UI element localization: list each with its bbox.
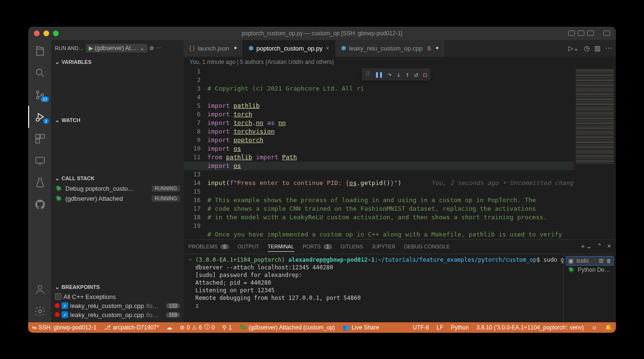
panel-tab-terminal[interactable]: TERMINAL [268, 244, 294, 252]
activity-settings[interactable] [29, 300, 51, 322]
step-over-icon[interactable]: ↷ [388, 70, 392, 79]
status-encoding[interactable]: UTF-8 [409, 322, 433, 333]
status-language[interactable]: Python [447, 322, 472, 333]
panel-tab-ports[interactable]: PORTS1 [303, 244, 332, 249]
terminal-tab[interactable]: 🪲 Python De… [566, 266, 614, 274]
watch-head[interactable]: ⌄ WATCH [51, 115, 184, 125]
status-git-branch[interactable]: ⎇ arcpatch-D71907* [100, 322, 163, 333]
activity-extensions[interactable] [29, 128, 51, 150]
trash-icon[interactable]: 🗑 [606, 258, 612, 264]
restart-icon[interactable]: ↺ [414, 70, 418, 79]
status-liveshare[interactable]: 👥 Live Share [339, 322, 383, 333]
new-terminal-icon[interactable]: ＋⌄ [580, 242, 592, 251]
terminal-tab[interactable]: ▣ sudo ▥ 🗑 [566, 256, 614, 266]
status-feedback[interactable]: ☺ [588, 322, 601, 333]
split-terminal-icon[interactable]: ▥ [599, 257, 603, 264]
overflow-icon[interactable]: ⋯ [605, 44, 612, 52]
step-into-icon[interactable]: ↓ [396, 70, 400, 79]
callstack-row[interactable]: 🪲 Debug poptorch_custo… RUNNING [55, 184, 180, 194]
activity-github[interactable] [29, 194, 51, 215]
status-problems[interactable]: ⊘0 ⚠6 ⓘ0 [176, 322, 218, 333]
maximize-panel-icon[interactable]: ⌃ [597, 242, 602, 251]
breakpoint-exception-row[interactable]: All C++ Exceptions [55, 292, 180, 301]
callstack-head[interactable]: ⌄ CALL STACK [51, 173, 184, 184]
activity-testing[interactable] [29, 172, 51, 194]
status-interpreter[interactable]: 3.8.10 ('3.0.0-EA.1+1104_poptorch': venv… [473, 322, 588, 333]
close-window-button[interactable] [34, 31, 40, 36]
status-notifications[interactable]: 🔔 [601, 322, 616, 333]
play-icon: ▶ [89, 45, 93, 51]
toggle-panel-icon[interactable] [578, 31, 584, 36]
status-eol[interactable]: LF [433, 322, 447, 333]
activity-search[interactable] [29, 62, 51, 84]
svg-rect-8 [36, 139, 40, 143]
activity-remote-explorer[interactable] [29, 150, 51, 172]
python-icon: ⬢ [249, 45, 253, 51]
editor-actions: ▷⌄ ◷ ▥ ⋯ [564, 40, 616, 57]
shield-icon: ▣ [568, 257, 573, 264]
activity-debug[interactable]: 2 [28, 106, 51, 128]
panel-tab-output[interactable]: OUTPUT [238, 244, 259, 249]
activity-explorer[interactable] [29, 40, 51, 62]
checkbox[interactable] [55, 293, 62, 300]
breakpoint-dot-icon [55, 303, 60, 308]
panel-tabs: PROBLEMS6 OUTPUT TERMINAL PORTS1 GITLENS… [184, 240, 616, 254]
tab-poptorch-custom-op[interactable]: ⬢ poptorch_custom_op.py × [243, 40, 335, 57]
scm-badge: 23 [41, 96, 49, 102]
activity-accounts[interactable] [29, 278, 51, 300]
breakpoints-head[interactable]: ⌄ BREAKPOINTS [51, 282, 184, 292]
status-bar: ⇋ SSH: gbnwp-pod012-1 ⎇ arcpatch-D71907*… [28, 322, 616, 333]
status-sync[interactable]: ☁ [163, 322, 176, 333]
callstack-row[interactable]: 🪲 (gdbserver) Attached RUNNING [55, 194, 180, 204]
checkbox[interactable]: ✓ [62, 311, 68, 318]
stop-icon[interactable]: ◻ [423, 70, 427, 79]
feedback-icon: ☺ [592, 324, 597, 331]
gear-icon[interactable]: ⚙ [149, 45, 154, 51]
panel-tab-jupyter[interactable]: JUPYTER [372, 244, 395, 249]
customize-layout-icon[interactable] [603, 31, 610, 36]
minimize-window-button[interactable] [43, 31, 49, 36]
callstack-section: ⌄ CALL STACK 🪲 Debug poptorch_custo… RUN… [51, 173, 184, 204]
status-remote[interactable]: ⇋ SSH: gbnwp-pod012-1 [28, 322, 100, 333]
run-python-icon[interactable]: ▷⌄ [568, 44, 579, 52]
debug-config-select[interactable]: ▶ (gdbserver) Att… ⌄ [86, 44, 147, 52]
panel-tab-gitlens[interactable]: GITLENS [341, 244, 363, 249]
toggle-sidebar-icon[interactable] [568, 31, 575, 36]
variables-head[interactable]: ⌄ VARIABLES [51, 57, 184, 67]
pause-icon[interactable]: ❚❚ [375, 70, 383, 79]
vscode-window: poptorch_custom_op.py — custom_op [SSH: … [28, 27, 616, 333]
status-ports[interactable]: ⚲1 [218, 322, 236, 333]
liveshare-icon: 👥 [343, 324, 350, 331]
close-tab-icon[interactable]: × [325, 44, 329, 52]
panel-tab-problems[interactable]: PROBLEMS6 [188, 244, 229, 249]
minimap[interactable] [574, 67, 616, 239]
overflow-icon[interactable]: ⋯ [156, 45, 161, 51]
terminal-sidebar: ▣ sudo ▥ 🗑 🪲 Python De… [563, 254, 616, 322]
terminal-output[interactable]: ◦ (3.0.0-EA.1+1104_poptorch) alexandrep@… [184, 254, 563, 322]
breakpoint-row[interactable]: ✓ leaky_relu_custom_op.cpp/lo… 159 [55, 310, 180, 319]
compare-changes-icon[interactable]: ◷ [584, 44, 590, 52]
close-panel-icon[interactable]: × [607, 242, 611, 251]
bell-icon: 🔔 [605, 324, 612, 331]
line-badge: 159 [166, 312, 180, 318]
cloud-icon: ☁ [166, 324, 172, 331]
line-badge: 133 [166, 303, 180, 308]
svg-rect-9 [36, 157, 44, 163]
checkbox[interactable]: ✓ [62, 302, 68, 309]
tab-leaky-relu-cpp[interactable]: ⬢ leaky_relu_custom_op.cpp 6 • [335, 40, 445, 57]
status-debug-target[interactable]: 🪲 (gdbserver) Attached (custom_op) [236, 322, 339, 333]
code-editor[interactable]: ⠿ ❚❚ ↷ ↓ ↑ ↺ ◻ 1234567891011121314151617… [184, 67, 574, 239]
status-badge: RUNNING [152, 185, 180, 192]
maximize-window-button[interactable] [53, 31, 59, 36]
panel-tab-debug-console[interactable]: DEBUG CONSOLE [404, 244, 450, 249]
activity-scm[interactable]: 23 [29, 84, 51, 106]
split-editor-icon[interactable]: ▥ [594, 44, 601, 52]
breakpoint-row[interactable]: ✓ leaky_relu_custom_op.cpp/lo… 133 [55, 301, 180, 310]
step-out-icon[interactable]: ↑ [405, 70, 409, 79]
breakpoints-section: ⌄ BREAKPOINTS All C++ Exceptions ✓ leaky… [51, 282, 184, 322]
editor-breadcrumb[interactable]: You, 1 minute ago | 5 authors (Arsalan U… [184, 57, 616, 67]
drag-handle-icon[interactable]: ⠿ [365, 70, 370, 79]
code-content[interactable]: # Copyright (c) 2021 Graphcore Ltd. All … [208, 67, 574, 239]
tab-launch-json[interactable]: { } launch.json • [184, 40, 243, 57]
toggle-secondary-icon[interactable] [587, 31, 594, 36]
